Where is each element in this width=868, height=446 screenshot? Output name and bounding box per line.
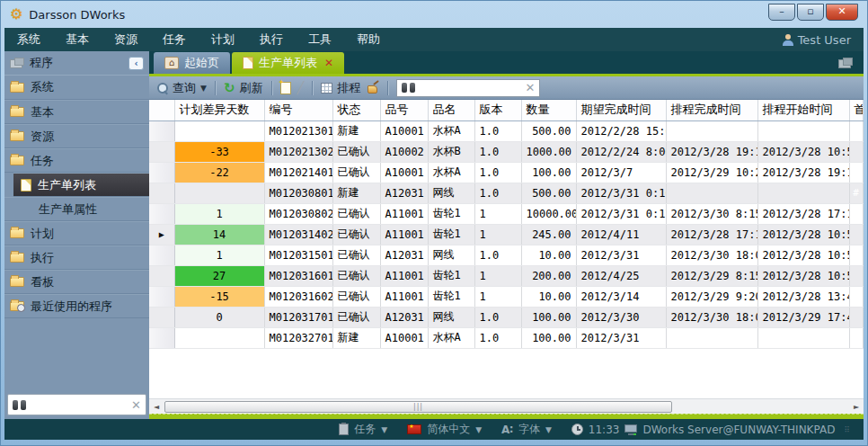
menu-item-4[interactable]: 任务 [163,31,186,48]
column-header-期望完成时间[interactable]: 期望完成时间 [576,100,666,120]
cell-expected-finish[interactable]: 2012/3/31 0:10 [576,183,666,203]
cell-schedule-start[interactable] [757,183,849,203]
cell-item-name[interactable]: 水杯B [428,141,474,162]
sidebar-item-生产单列表[interactable]: 生产单列表 [13,173,149,197]
cell-diff-days[interactable]: -15 [174,286,264,307]
table-row[interactable]: 27M012031601已确认A11001齿轮11200.002012/4/25… [149,265,863,286]
cell-quantity[interactable]: 10000.00 [521,203,576,224]
cell-expected-finish[interactable]: 2012/3/7 [576,162,666,183]
cell-quantity[interactable]: 10.00 [521,286,576,307]
column-header-编号[interactable]: 编号 [264,100,332,120]
cell-diff-days[interactable]: 27 [174,265,264,286]
sidebar-search-clear-icon[interactable]: ✕ [131,398,141,412]
column-header-排程开始时间[interactable]: 排程开始时间 [757,100,849,120]
cell-order-code[interactable]: M012032701 [264,327,332,348]
cell-item-no[interactable]: A11001 [380,265,428,286]
scrollbar-thumb[interactable]: ||| [164,401,672,413]
edit-button[interactable]: ╱ [297,81,305,94]
row-indicator[interactable] [149,265,174,286]
menu-item-6[interactable]: 执行 [260,31,283,48]
window-list-icon[interactable] [838,58,853,68]
menu-item-5[interactable]: 计划 [211,31,235,48]
cell-item-name[interactable]: 网线 [428,307,474,327]
cell-item-no[interactable]: A11001 [380,286,428,307]
cell-quantity[interactable]: 245.00 [521,224,576,245]
cell-version[interactable]: 1.0 [474,245,521,265]
cell-schedule-finish[interactable]: 2012/3/30 18:00 [666,245,757,265]
table-row[interactable]: M012032701新建A10001水杯A1.0100.002012/3/31 [149,327,863,348]
cell-overflow[interactable] [849,307,863,327]
cell-overflow[interactable]: # [849,183,863,203]
table-row[interactable]: M012030801新建A12031网线1.0500.002012/3/31 0… [149,183,863,203]
cell-expected-finish[interactable]: 2012/3/31 [576,327,666,348]
cell-schedule-finish[interactable]: 2012/3/28 17:13 [666,224,757,245]
cell-diff-days[interactable] [174,120,264,141]
cell-quantity[interactable]: 200.00 [521,265,576,286]
cell-quantity[interactable]: 100.00 [521,327,576,348]
maximize-button[interactable]: ▫ [797,4,824,21]
cell-item-no[interactable]: A10001 [380,162,428,183]
cell-status[interactable]: 已确认 [332,307,380,327]
table-row[interactable]: -15M012031602已确认A11001齿轮1110.002012/3/14… [149,286,863,307]
cell-diff-days[interactable]: 1 [174,203,264,224]
row-indicator[interactable] [149,327,174,348]
cell-schedule-finish[interactable]: 2012/3/29 8:15 [666,265,757,286]
menu-item-2[interactable]: 基本 [66,31,89,48]
toolbar-search-input[interactable] [420,82,520,94]
sidebar-item-资源[interactable]: 资源 [4,124,149,148]
cell-expected-finish[interactable]: 2012/4/11 [576,224,666,245]
cell-version[interactable]: 1.0 [474,183,521,203]
cell-version[interactable]: 1.0 [474,120,521,141]
column-header-状态[interactable]: 状态 [332,100,380,120]
cell-status[interactable]: 已确认 [332,286,380,307]
cell-version[interactable]: 1 [474,286,521,307]
cell-schedule-start[interactable]: 2012/3/28 13:40 [757,286,849,307]
sidebar-item-最近使用的程序[interactable]: 最近使用的程序 [4,294,149,318]
cell-schedule-start[interactable]: 2012/3/28 10:52 [757,141,849,162]
cell-expected-finish[interactable]: 2012/3/14 [576,286,666,307]
row-indicator[interactable] [149,203,174,224]
sidebar-item-任务[interactable]: 任务 [4,148,149,173]
menu-item-1[interactable]: 系统 [17,31,40,48]
row-indicator[interactable]: ▶ [149,224,174,245]
cell-expected-finish[interactable]: 2012/4/25 [576,265,666,286]
cell-status[interactable]: 新建 [332,183,380,203]
toolbar-search-clear-icon[interactable]: ✕ [525,81,535,94]
cell-version[interactable]: 1.0 [474,327,521,348]
column-header-首[interactable]: 首 [849,100,863,120]
cell-order-code[interactable]: M012031501 [264,245,332,265]
cell-schedule-start[interactable] [757,120,849,141]
cell-schedule-start[interactable]: 2012/3/28 10:52 [757,265,849,286]
user-indicator[interactable]: Test User [783,33,851,47]
cell-version[interactable]: 1.0 [474,141,521,162]
cell-order-code[interactable]: M012030801 [264,183,332,203]
cell-version[interactable]: 1.0 [474,307,521,327]
cell-overflow[interactable] [849,245,863,265]
cell-diff-days[interactable]: 0 [174,307,264,327]
cell-diff-days[interactable]: 1 [174,245,264,265]
cell-order-code[interactable]: M012031402 [264,224,332,245]
cell-item-no[interactable]: A12031 [380,245,428,265]
cell-version[interactable]: 1 [474,203,521,224]
sidebar-search-input[interactable] [31,398,127,411]
cell-overflow[interactable] [849,327,863,348]
cell-diff-days[interactable]: -22 [174,162,264,183]
cell-order-code[interactable]: M012030802 [264,203,332,224]
status-task[interactable]: 任务 [354,422,376,437]
cell-schedule-finish[interactable] [666,120,757,141]
sidebar-item-执行[interactable]: 执行 [4,245,149,270]
task-dropdown-icon[interactable]: ▼ [381,425,387,434]
cell-expected-finish[interactable]: 2012/2/24 8:00 [576,141,666,162]
cell-quantity[interactable]: 100.00 [521,162,576,183]
cell-overflow[interactable] [849,224,863,245]
cell-schedule-finish[interactable]: 2012/3/29 10:20 [666,162,757,183]
scroll-left-arrow-icon[interactable]: ◄ [149,400,164,414]
cell-item-name[interactable]: 齿轮1 [428,265,474,286]
clear-button[interactable] [367,82,379,94]
cell-schedule-finish[interactable]: 2012/3/30 8:15 [666,203,757,224]
cell-status[interactable]: 已确认 [332,162,380,183]
row-indicator[interactable] [149,307,174,327]
cell-item-name[interactable]: 齿轮1 [428,286,474,307]
status-font[interactable]: 字体 [518,422,540,437]
cell-status[interactable]: 新建 [332,327,380,348]
